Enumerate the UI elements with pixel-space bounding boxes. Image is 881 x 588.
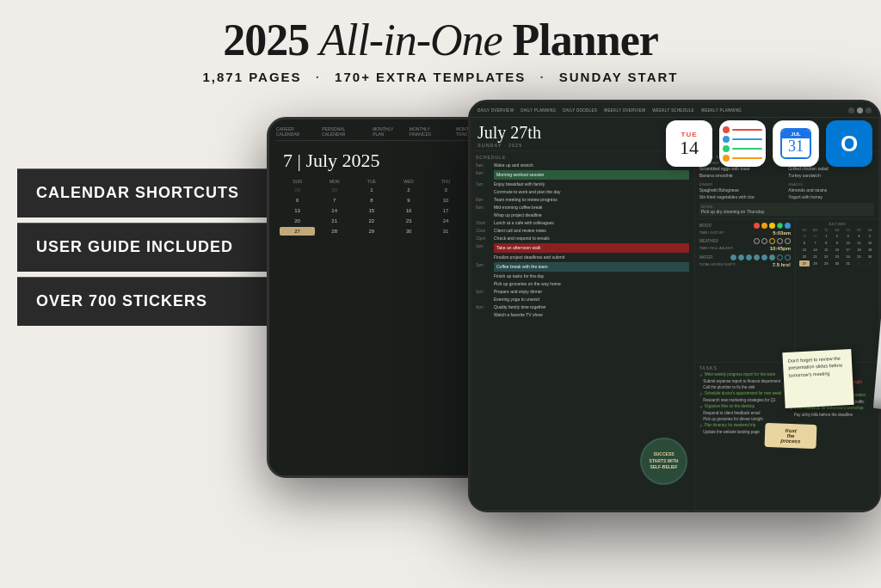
templates-count: 170+ EXTRA TEMPLATES	[335, 70, 526, 84]
title-end: Planner	[502, 15, 658, 64]
front-nav: DAILY OVERVIEW DAILY PLANNING DAILY DOOD…	[471, 102, 878, 118]
feature-stickers: OVER 700 STICKERS	[17, 277, 284, 326]
gcal-date: 31	[788, 138, 804, 156]
features-panel: CALENDAR SHORTCUTS USER GUIDE INCLUDED O…	[17, 100, 284, 530]
app-icons-row: TUE 14 JUL 31 O	[666, 120, 872, 167]
feature-user-guide: USER GUIDE INCLUDED	[17, 223, 284, 272]
dot-1: ·	[316, 70, 321, 84]
apple-calendar-icon: TUE 14	[666, 120, 712, 167]
subtitle: 1,871 PAGES · 170+ EXTRA TEMPLATES · SUN…	[0, 70, 881, 84]
tasks-label: TASKS	[699, 365, 784, 371]
start-day: SUNDAY START	[559, 70, 679, 84]
dot-2: ·	[539, 70, 545, 84]
feature-calendar-shortcuts: CALENDAR SHORTCUTS	[17, 168, 284, 217]
mini-calendar-section: JULY 2025 SO MO TU WE TH FR SA 29	[796, 219, 878, 362]
sticky-note: Don't forget to review the presentation …	[782, 362, 853, 409]
google-calendar-icon: JUL 31	[773, 120, 819, 167]
title-italic: All-in-One	[319, 15, 502, 64]
cal-date: 14	[680, 138, 699, 157]
reminders-icon	[719, 120, 766, 167]
outlook-icon: O	[826, 120, 872, 167]
pages-count: 1,871 PAGES	[202, 70, 301, 84]
title-plain: 2025	[223, 15, 319, 64]
success-sticker: SUCCESSSTARTS WITHSELF-BELIEF	[640, 438, 687, 485]
metrics-section: MOOD	[695, 219, 796, 362]
main-title: 2025 All-in-One Planner	[0, 15, 881, 64]
schedule-label: SCHEDULE	[476, 155, 689, 160]
trust-badge: trusttheprocess	[765, 423, 817, 449]
page-header: 2025 All-in-One Planner 1,871 PAGES · 17…	[0, 0, 881, 91]
